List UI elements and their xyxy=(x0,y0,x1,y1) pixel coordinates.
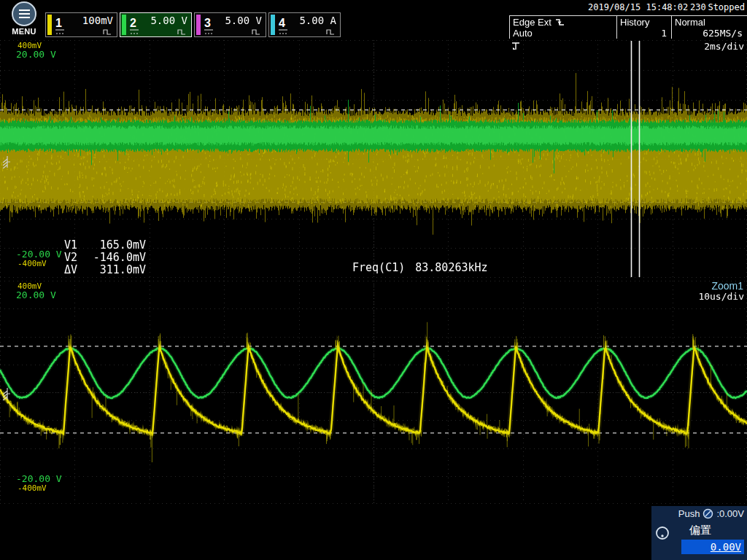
channel-4-scale: 5.00 A xyxy=(299,15,336,26)
main-top-scale-ch2: 20.00 V xyxy=(16,49,56,60)
dc-coupling-icon xyxy=(278,28,288,35)
channel-1-scale: 100mV xyxy=(82,15,113,26)
zoom-bottom-scale-ch2: -20.00 V xyxy=(16,473,62,484)
zoom-timebase: 10us/div xyxy=(698,291,744,302)
history-box[interactable]: History 1 xyxy=(616,16,671,39)
sample-rate: 625MS/s xyxy=(703,28,743,39)
channel-1-color-bar xyxy=(47,15,52,35)
zoom-waveform-display xyxy=(0,281,747,504)
acquisition-box[interactable]: Normal 625MS/s xyxy=(671,16,747,39)
zoom-title: Zoom1 xyxy=(711,280,743,292)
channel-2-color-bar xyxy=(122,15,126,35)
main-timebase: 2ms/div xyxy=(704,41,744,52)
run-status: Stopped xyxy=(708,2,745,12)
ground-icon xyxy=(0,387,11,400)
main-bottom-scale-ch2: -20.00 V xyxy=(16,249,62,260)
knob-push-icon xyxy=(703,508,713,519)
impedance-icon xyxy=(252,28,260,35)
ground-icon xyxy=(0,155,11,168)
trigger-settings[interactable]: Edge Ext Auto xyxy=(509,16,616,39)
hamburger-icon xyxy=(12,1,36,26)
frequency-readout: Freq(C1) 83.80263kHz xyxy=(352,261,488,274)
offset-panel: Push :0.00V 偏置 0.00V xyxy=(651,506,747,560)
channel-box-3[interactable]: 3 5.00 V xyxy=(194,12,266,37)
measurement-value: -146.0mV xyxy=(86,251,146,263)
frequency-label: Freq(C1) xyxy=(352,261,405,274)
menu-button[interactable]: MENU xyxy=(7,1,41,36)
oscilloscope-screen: MENU 1 100mV 2 5.00 V 3 5.00 V 4 5.00 A … xyxy=(0,0,747,560)
channel-2-scale: 5.00 V xyxy=(150,15,187,26)
zoom-top-scale-ch2: 20.00 V xyxy=(16,289,56,300)
status-row: 2019/08/15 15:48:02 230 Stopped xyxy=(588,2,745,12)
measurement-label: V2 xyxy=(64,251,86,263)
channel-3-color-bar xyxy=(196,15,201,35)
dc-coupling-icon xyxy=(55,28,65,35)
channel-3-scale: 5.00 V xyxy=(225,15,262,26)
offset-param-label: 偏置 xyxy=(689,524,711,537)
trigger-status-bar: Edge Ext Auto History 1 Normal 625MS/s xyxy=(509,15,747,39)
history-value: 1 xyxy=(661,28,667,39)
acquisition-count: 230 xyxy=(690,2,706,12)
measurement-row: ΔV 311.0mV xyxy=(64,263,146,276)
trigger-type: Edge Ext xyxy=(513,17,551,28)
menu-label: MENU xyxy=(7,27,41,36)
channel-4-color-bar xyxy=(271,15,275,35)
acquisition-mode: Normal xyxy=(675,17,705,28)
measurement-label: V1 xyxy=(64,238,86,251)
push-knob-hint[interactable]: Push :0.00V xyxy=(678,508,744,519)
measurement-row: V2 -146.0mV xyxy=(64,251,146,263)
trigger-mode: Auto xyxy=(513,28,533,39)
history-label: History xyxy=(620,17,649,28)
channel-box-2[interactable]: 2 5.00 V xyxy=(120,12,192,37)
measurement-label: ΔV xyxy=(64,263,86,276)
impedance-icon xyxy=(326,28,335,35)
rotary-knob-icon xyxy=(655,526,670,540)
dc-coupling-icon xyxy=(129,28,139,35)
impedance-icon xyxy=(103,28,112,35)
measurement-row: V1 165.0mV xyxy=(64,238,146,251)
zoom-bottom-scale-ch1: -400mV xyxy=(18,483,47,493)
dc-coupling-icon xyxy=(204,28,214,35)
falling-edge-icon xyxy=(554,18,565,27)
impedance-icon xyxy=(177,28,186,35)
datetime: 2019/08/15 15:48:02 xyxy=(588,2,688,12)
trigger-position-icon[interactable] xyxy=(511,42,521,51)
measurement-value: 311.0mV xyxy=(86,263,146,276)
channel-box-1[interactable]: 1 100mV xyxy=(45,12,117,37)
push-label: Push xyxy=(678,508,700,519)
cursor-measurements: V1 165.0mV V2 -146.0mV ΔV 311.0mV xyxy=(64,238,146,276)
offset-value-field[interactable]: 0.00V xyxy=(681,540,744,554)
channel-box-4[interactable]: 4 5.00 A xyxy=(268,12,341,37)
frequency-value: 83.80263kHz xyxy=(415,261,487,274)
main-bottom-scale-ch1: -400mV xyxy=(18,259,47,268)
measurement-value: 165.0mV xyxy=(86,238,146,251)
push-value: :0.00V xyxy=(716,508,744,519)
